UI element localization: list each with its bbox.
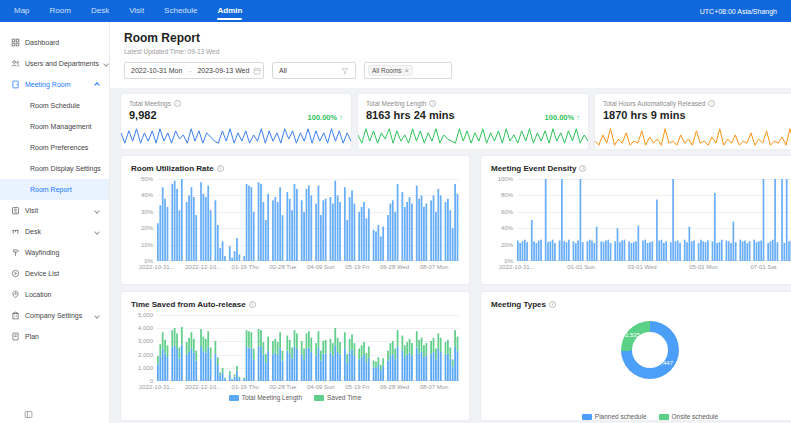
sidebar-item-room-management[interactable]: Room Management xyxy=(0,116,109,137)
sidebar-item-label: Room Schedule xyxy=(30,102,80,109)
legend-item-planned-schedule[interactable]: Planned schedule xyxy=(582,413,647,420)
y-tick-label: 2,000 xyxy=(138,352,153,358)
x-tick-label: 2022-10-31... xyxy=(139,384,175,390)
x-tick-label: 04-09 Sun xyxy=(307,264,335,270)
stat-value: 1870 hrs 9 mins xyxy=(603,109,791,121)
sidebar-item-room-report[interactable]: Room Report xyxy=(0,179,109,200)
sidebar-item-company-settings[interactable]: Company Settings xyxy=(0,305,109,326)
sidebar-item-visit[interactable]: Visit xyxy=(0,200,109,221)
nav-item-desk[interactable]: Desk xyxy=(91,0,109,22)
company-settings-icon xyxy=(11,311,20,320)
rooms-filter-tag-label: All Rooms xyxy=(372,67,402,74)
topnav-items: MapRoomDeskVisitScheduleAdmin xyxy=(14,0,242,22)
rooms-filter[interactable]: All Rooms xyxy=(364,62,452,79)
sidebar-item-plan[interactable]: Plan xyxy=(0,326,109,347)
x-axis: 2022-10-31...2022-12-10...01-19 Thu02-28… xyxy=(131,384,459,390)
y-tick-label: 60% xyxy=(501,209,513,215)
info-icon[interactable] xyxy=(249,301,256,308)
sidebar-item-label: Location xyxy=(25,291,51,298)
donut-chart: 2,535 7,447 xyxy=(621,321,679,379)
x-tick-label: 02-28 Tue xyxy=(269,384,296,390)
desk-icon xyxy=(11,227,20,236)
remove-tag-icon[interactable] xyxy=(405,67,409,75)
info-icon[interactable] xyxy=(174,100,181,107)
chart-title: Meeting Event Density xyxy=(491,164,576,173)
x-tick-label: 07-01 Sat xyxy=(750,264,776,270)
meeting-event-density-card: Meeting Event Density 100%80%60%40%20%0%… xyxy=(480,155,791,285)
date-range-picker[interactable]: 2022-10-31 Mon 2023-09-13 Wed xyxy=(124,62,264,79)
nav-item-schedule[interactable]: Schedule xyxy=(164,0,197,22)
sidebar-item-location[interactable]: Location xyxy=(0,284,109,305)
meeting-event-density-chart: 100%80%60%40%20%0%2022-10-31...01-01 Sun… xyxy=(491,179,791,270)
sidebar-item-meeting-room[interactable]: Meeting Room xyxy=(0,74,109,95)
sidebar-item-label: Room Display Settings xyxy=(30,165,101,172)
sparkline xyxy=(121,125,351,149)
sidebar-item-users-and-departments[interactable]: Users and Departments xyxy=(0,53,109,74)
meeting-types-chart: 2,535 7,447 xyxy=(491,313,791,409)
nav-item-visit[interactable]: Visit xyxy=(129,0,144,22)
date-end-value: 2023-09-13 Wed xyxy=(197,67,249,74)
sidebar-item-desk[interactable]: Desk xyxy=(0,221,109,242)
rooms-filter-tag: All Rooms xyxy=(368,65,413,77)
sidebar-item-label: Room Management xyxy=(30,123,91,130)
y-tick-label: 80% xyxy=(501,192,513,198)
nav-item-admin[interactable]: Admin xyxy=(217,0,242,22)
y-tick-label: 4,000 xyxy=(138,325,153,331)
chart-title: Meeting Types xyxy=(491,300,546,309)
time-saved-chart: 5,0004,0003,0002,0001,00002022-10-31...2… xyxy=(131,315,459,390)
x-tick-label: 08-07 Mon xyxy=(420,384,449,390)
bars xyxy=(157,315,459,381)
sidebar-collapse-icon[interactable] xyxy=(24,405,33,414)
sidebar-item-device-list[interactable]: Device List xyxy=(0,263,109,284)
bars xyxy=(517,179,791,261)
stat-label: Total Hours Automatically Released xyxy=(603,100,705,107)
sidebar-menu: DashboardUsers and DepartmentsMeeting Ro… xyxy=(0,32,109,347)
sidebar-item-room-preferences[interactable]: Room Preferences xyxy=(0,137,109,158)
page-title: Room Report xyxy=(124,31,777,45)
legend-item-saved-time[interactable]: Saved Time xyxy=(314,394,361,401)
sidebar-item-label: Device List xyxy=(25,270,59,277)
nav-item-map[interactable]: Map xyxy=(14,0,30,22)
sidebar-item-wayfinding[interactable]: Wayfinding xyxy=(0,242,109,263)
y-tick-label: 40% xyxy=(141,192,153,198)
legend-label: Planned schedule xyxy=(595,413,647,420)
legend-item-total-meeting-length[interactable]: Total Meeting Length xyxy=(229,394,302,401)
y-tick-label: 3,000 xyxy=(138,338,153,344)
area-filter-select[interactable]: All xyxy=(272,62,356,79)
legend-item-onsite-schedule[interactable]: Onsite schedule xyxy=(659,413,719,420)
users-icon xyxy=(11,59,20,68)
chevron-down-icon xyxy=(94,208,100,214)
date-start-value: 2022-10-31 Mon xyxy=(131,67,182,74)
y-tick-label: 100% xyxy=(498,176,513,182)
info-icon[interactable] xyxy=(579,165,586,172)
info-icon[interactable] xyxy=(217,165,224,172)
sidebar-item-label: Desk xyxy=(25,228,41,235)
sidebar-item-room-schedule[interactable]: Room Schedule xyxy=(0,95,109,116)
info-icon[interactable] xyxy=(549,301,556,308)
plot-row: 100%80%60%40%20%0% xyxy=(491,179,791,261)
x-tick-label: 05-01 Mon xyxy=(689,264,718,270)
bars xyxy=(157,179,459,261)
info-icon[interactable] xyxy=(429,100,436,107)
meeting-types-legend: Planned schedule Onsite schedule xyxy=(491,413,791,420)
plan-icon xyxy=(11,332,20,341)
date-range-arrow-icon xyxy=(186,67,193,74)
sidebar-item-room-display-settings[interactable]: Room Display Settings xyxy=(0,158,109,179)
sidebar-item-label: Visit xyxy=(25,207,38,214)
legend-swatch xyxy=(659,414,669,420)
sparkline-svg xyxy=(121,125,351,149)
nav-item-room[interactable]: Room xyxy=(50,0,71,22)
legend-label: Saved Time xyxy=(327,394,361,401)
x-tick-label: 08-07 Mon xyxy=(420,264,449,270)
info-icon[interactable] xyxy=(708,100,715,107)
timezone-label: UTC+08:00 Asia/Shangh xyxy=(700,8,777,15)
charts-row-2: Time Saved from Auto-release 5,0004,0003… xyxy=(120,291,791,421)
y-tick-label: 20% xyxy=(141,225,153,231)
x-tick-label: 06-28 Wed xyxy=(380,264,409,270)
page-header: Room Report Latest Updated Time: 09-13 W… xyxy=(110,22,791,88)
sidebar-item-dashboard[interactable]: Dashboard xyxy=(0,32,109,53)
top-navigation-bar: MapRoomDeskVisitScheduleAdmin UTC+08:00 … xyxy=(0,0,791,22)
y-tick-label: 0% xyxy=(504,258,513,264)
sidebar-item-label: Dashboard xyxy=(25,39,59,46)
y-tick-label: 1,000 xyxy=(138,365,153,371)
